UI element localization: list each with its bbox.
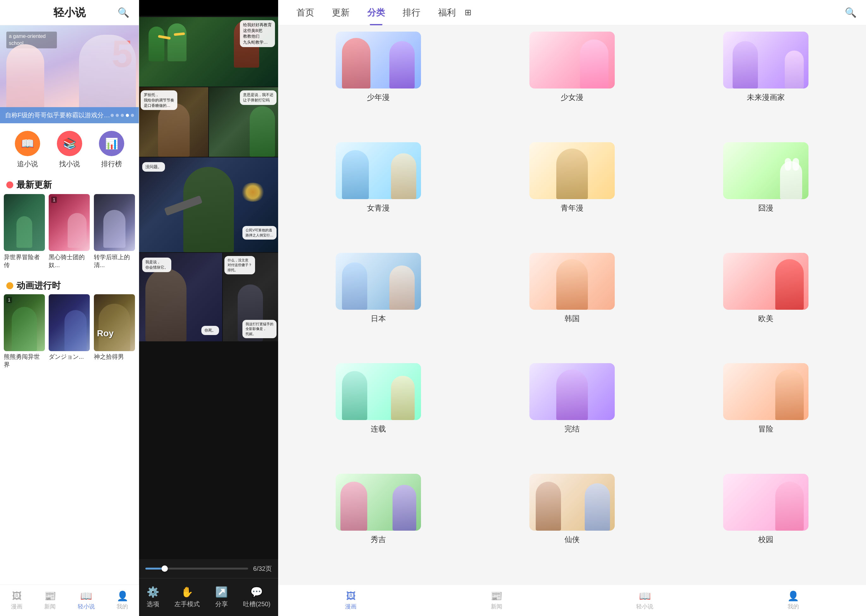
anim-cover-bg-3: Roy: [94, 294, 135, 351]
book-cover-3: [94, 194, 135, 251]
right-lightnovel-icon: 📖: [639, 591, 651, 602]
category-label-japan: 日本: [371, 314, 386, 324]
comic-progress-area: 6/32页: [139, 559, 278, 578]
banner-dot-5: [131, 114, 134, 117]
category-xiuji[interactable]: 秀吉: [284, 474, 472, 578]
left-nav-lightnovel[interactable]: 📖 轻小说: [78, 591, 95, 610]
find-label: 找小说: [59, 159, 80, 169]
anim-cover-2: [49, 294, 90, 351]
banner-dots: [111, 114, 134, 117]
category-serialized[interactable]: 连载: [284, 363, 472, 467]
category-cover-future: [723, 31, 808, 88]
nav-home[interactable]: 首页: [288, 0, 323, 25]
nav-category[interactable]: 分类: [358, 0, 394, 25]
banner-caption[interactable]: 自称F级的哥哥似乎要称霸以游戏分级的学...: [0, 107, 139, 123]
progress-thumb[interactable]: [162, 566, 168, 572]
quick-nav-rank[interactable]: 📊 排行榜: [99, 131, 124, 169]
latest-section-header: 最新更新: [0, 174, 139, 194]
anim-item-2[interactable]: ダンジョン...: [49, 294, 90, 369]
left-bottom-nav: 🖼 漫画 📰 新闻 📖 轻小说 👤 我的: [0, 585, 139, 616]
comic-panel-2a: 罗纷托，我给你的调节节奏是口香糖做的…: [139, 87, 208, 157]
progress-bar[interactable]: [145, 568, 248, 570]
category-seinen[interactable]: 青年漫: [478, 142, 666, 247]
category-shoujo[interactable]: 少女漫: [478, 31, 666, 136]
left-nav-manga[interactable]: 🖼 漫画: [11, 591, 22, 610]
book-title-3: 转学后班上的清...: [94, 253, 135, 269]
top-black-bar: [139, 0, 278, 16]
category-campus[interactable]: 校园: [672, 474, 860, 578]
left-panel-title: 轻小说: [53, 5, 86, 20]
right-manga-icon: 🖼: [346, 591, 355, 602]
book-item-1[interactable]: 异世界冒险者传: [4, 194, 45, 269]
action-share[interactable]: ↗️ 分享: [215, 586, 228, 608]
category-japan[interactable]: 日本: [284, 253, 472, 357]
category-adventure[interactable]: 冒险: [672, 363, 860, 467]
book-cover-bg-2: 1: [49, 194, 90, 251]
roy-text: Roy: [97, 328, 114, 338]
track-icon[interactable]: 📖: [15, 131, 40, 156]
comment-icon: 💬: [250, 586, 263, 598]
category-cover-shounen: [336, 31, 421, 88]
find-icon[interactable]: 📚: [57, 131, 82, 156]
anim-item-3[interactable]: Roy 神之拾得男: [94, 294, 135, 369]
right-nav-mine[interactable]: 👤 我的: [787, 591, 799, 610]
category-josei[interactable]: 女青漫: [284, 142, 472, 247]
options-icon: ⚙️: [147, 586, 159, 598]
category-label-xianxia: 仙侠: [564, 534, 580, 545]
category-completed[interactable]: 完结: [478, 363, 666, 467]
category-label-josei: 女青漫: [367, 203, 390, 213]
book-cover-2: 1: [49, 194, 90, 251]
speech-bubble-5: 公民V可算他的逃路摔之人倒宝行…: [242, 226, 277, 240]
category-future[interactable]: 未来漫画家: [672, 31, 860, 136]
lefthand-label: 左手模式: [174, 600, 200, 608]
left-nav-news[interactable]: 📰 新闻: [44, 591, 56, 610]
nav-update[interactable]: 更新: [323, 0, 358, 25]
rank-icon[interactable]: 📊: [99, 131, 124, 156]
right-nav-lightnovel[interactable]: 📖 轻小说: [636, 591, 653, 610]
category-xianxia[interactable]: 仙侠: [478, 474, 666, 578]
category-western[interactable]: 欧美: [672, 253, 860, 357]
comic-panel-4a: 我是说，你会情块它。 你死。: [139, 253, 222, 341]
anim-title-1: 熊熊勇闯异世界: [4, 353, 45, 369]
category-cover-josei: [336, 142, 421, 199]
nav-welfare[interactable]: 福利: [429, 0, 465, 25]
right-lightnovel-label: 轻小说: [636, 603, 653, 610]
right-news-icon: 📰: [490, 591, 502, 602]
search-icon[interactable]: 🔍: [118, 7, 129, 18]
quick-nav-find[interactable]: 📚 找小说: [57, 131, 82, 169]
category-label-korea: 韩国: [564, 314, 580, 324]
right-manga-label: 漫画: [345, 603, 357, 610]
right-search-icon[interactable]: 🔍: [845, 7, 857, 18]
category-label-xiuji: 秀吉: [371, 534, 386, 545]
anim-item-1[interactable]: 1 熊熊勇闯异世界: [4, 294, 45, 369]
right-nav-news[interactable]: 📰 新闻: [490, 591, 502, 610]
left-header: 轻小说 🔍: [0, 0, 139, 25]
comic-panel-1: 给我好好再教育这些臭B把教教他们九头蛇教学…: [139, 17, 278, 86]
action-comment[interactable]: 💬 吐槽(250): [243, 586, 270, 608]
right-nav-manga[interactable]: 🖼 漫画: [345, 591, 357, 610]
nav-rank[interactable]: 排行: [394, 0, 429, 25]
comic-viewport[interactable]: 给我好好再教育这些臭B把教教他们九头蛇教学… 罗纷托，我给你的调节节奏是口香糖做…: [139, 0, 278, 559]
quick-nav-track[interactable]: 📖 追小说: [15, 131, 40, 169]
anim-cover-bg-1: 1: [4, 294, 45, 351]
manga-nav-label: 漫画: [11, 603, 22, 610]
category-guoman[interactable]: 囧漫: [672, 142, 860, 247]
news-nav-label: 新闻: [44, 603, 56, 610]
book-item-3[interactable]: 转学后班上的清...: [94, 194, 135, 269]
left-nav-mine[interactable]: 👤 我的: [116, 591, 128, 610]
category-shounen[interactable]: 少年漫: [284, 31, 472, 136]
book-cover-bg-1: [4, 194, 45, 251]
speech-bubble-4: 没问题。: [142, 162, 165, 171]
book-title-2: 黑心骑士团的奴...: [49, 253, 90, 269]
banner-caption-text: 自称F级的哥哥似乎要称霸以游戏分级的学...: [5, 111, 111, 119]
anime-title: 动画进行时: [16, 280, 61, 292]
action-options[interactable]: ⚙️ 选项: [147, 586, 159, 608]
book-item-2[interactable]: 1 黑心骑士团的奴...: [49, 194, 90, 269]
action-lefthand[interactable]: ✋ 左手模式: [174, 586, 200, 608]
speech-bubble-8: 什么，没主意对付这些傻子？排托。: [225, 256, 255, 274]
anim-title-2: ダンジョン...: [49, 353, 90, 361]
book-cover-bg-3: [94, 194, 135, 251]
category-cover-completed: [530, 363, 615, 420]
latest-dot: [6, 181, 13, 189]
category-korea[interactable]: 韩国: [478, 253, 666, 357]
